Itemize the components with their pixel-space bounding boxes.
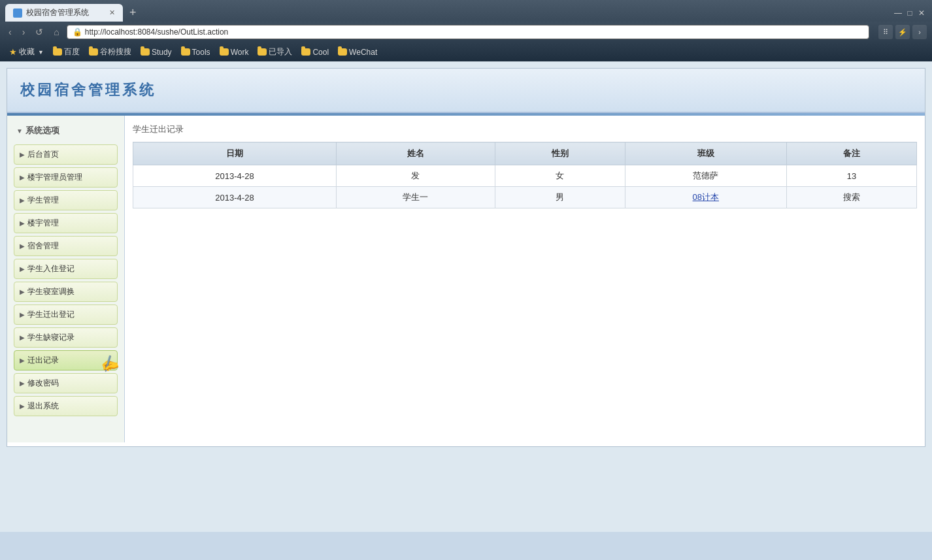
- cell-name: 发: [337, 165, 495, 187]
- cell-gender: 女: [495, 165, 625, 187]
- table-row: 2013-4-28发女范德萨13: [133, 165, 917, 187]
- sidebar-item-logout[interactable]: ▶ 退出系统: [14, 396, 118, 416]
- bookmark-label: WeChat: [349, 48, 377, 57]
- menu-arrow-icon: ▶: [20, 242, 25, 250]
- browser-chrome: 校园宿舍管理系统 ✕ + — □ ✕ ‹ › ↺ ⌂ 🔒 http://loca…: [0, 0, 932, 61]
- menu-arrow-icon: ▶: [20, 197, 25, 204]
- col-header-name: 姓名: [337, 142, 495, 165]
- menu-item-label: 宿舍管理: [27, 240, 59, 252]
- checkout-records-table: 日期 姓名 性别 班级 备注 2013-4-28发女范德萨132013-4-28…: [133, 142, 917, 208]
- menu-chevron[interactable]: ›: [912, 25, 927, 39]
- address-bar: ‹ › ↺ ⌂ 🔒 http://localhost:8084/sushe/Ou…: [0, 22, 932, 42]
- browser-tab[interactable]: 校园宿舍管理系统 ✕: [5, 4, 123, 22]
- bookmark-label: 收藏: [19, 46, 35, 58]
- folder-icon: [53, 48, 62, 56]
- bookmark-work[interactable]: Work: [216, 46, 253, 58]
- table-row: 2013-4-28学生一男08计本搜索: [133, 187, 917, 208]
- close-button[interactable]: ✕: [916, 8, 927, 18]
- bookmark-label: Tools: [192, 48, 210, 57]
- menu-arrow-icon: ▶: [20, 311, 25, 318]
- menu-item-label: 楼宇管理员管理: [27, 172, 82, 183]
- sidebar-item-dorm[interactable]: ▶ 宿舍管理: [14, 236, 118, 256]
- class-link[interactable]: 08计本: [693, 192, 719, 202]
- page-title: 校园宿舍管理系统: [20, 80, 912, 100]
- menu-item-label: 学生入住登记: [27, 263, 75, 274]
- bookmark-label: 谷粉搜搜: [100, 46, 131, 58]
- cell-gender: 男: [495, 187, 625, 208]
- url-text: http://localhost:8084/sushe/OutList.acti…: [85, 27, 228, 37]
- menu-arrow-icon: ▶: [20, 265, 25, 272]
- security-icon: 🔒: [73, 27, 82, 37]
- bookmark-wechat[interactable]: WeChat: [334, 46, 381, 58]
- col-header-date: 日期: [133, 142, 337, 165]
- bookmark-favorites[interactable]: ★ 收藏 ▼: [5, 45, 48, 59]
- url-bar[interactable]: 🔒 http://localhost:8084/sushe/OutList.ac…: [67, 25, 869, 39]
- dropdown-arrow: ▼: [38, 49, 44, 56]
- system-menu-label: 系统选项: [25, 125, 59, 137]
- bookmark-baidu[interactable]: 百度: [49, 45, 84, 59]
- star-icon: ★: [9, 47, 17, 57]
- sidebar-item-building-admin[interactable]: ▶ 楼宇管理员管理: [14, 167, 118, 188]
- refresh-button[interactable]: ↺: [32, 25, 46, 39]
- folder-icon: [220, 48, 229, 56]
- bookmark-study[interactable]: Study: [137, 46, 176, 58]
- minimize-button[interactable]: —: [893, 8, 903, 18]
- bookmark-label: Cool: [312, 48, 329, 57]
- sidebar-item-checkout-records[interactable]: ▶ 迁出记录 ✍: [14, 350, 118, 371]
- menu-item-label: 学生缺寝记录: [27, 332, 75, 343]
- cell-class: 08计本: [625, 187, 787, 208]
- page-header: 校园宿舍管理系统: [7, 69, 925, 113]
- sidebar-item-home[interactable]: ▶ 后台首页: [14, 144, 118, 165]
- content-area: ▼ 系统选项 ▶ 后台首页 ▶ 楼宇管理员管理 ▶ 学生管理 ▶ 楼宇管理: [7, 116, 925, 442]
- folder-icon: [338, 48, 347, 56]
- col-header-note: 备注: [787, 142, 917, 165]
- cell-note: 13: [787, 165, 917, 187]
- bookmark-label: 百度: [64, 46, 80, 58]
- folder-icon: [258, 48, 267, 56]
- menu-arrow-icon: ▶: [20, 403, 25, 410]
- cell-note: 搜索: [787, 187, 917, 208]
- folder-icon: [301, 48, 310, 56]
- cell-class: 范德萨: [625, 165, 787, 187]
- browser-actions: ⠿ ⚡ ›: [878, 25, 927, 39]
- tab-favicon: [13, 8, 22, 18]
- extensions-icon[interactable]: ⠿: [878, 25, 893, 39]
- bookmark-label: Study: [152, 48, 172, 57]
- menu-arrow-icon: ▶: [20, 220, 25, 227]
- cell-date: 2013-4-28: [133, 187, 337, 208]
- sidebar-arrow-icon: ▼: [16, 127, 23, 135]
- bookmark-gufensousou[interactable]: 谷粉搜搜: [85, 45, 135, 59]
- sidebar-item-room-change[interactable]: ▶ 学生寝室调换: [14, 282, 118, 302]
- sidebar-item-student[interactable]: ▶ 学生管理: [14, 190, 118, 210]
- bookmark-tools[interactable]: Tools: [177, 46, 214, 58]
- menu-item-label: 学生管理: [27, 195, 59, 206]
- menu-arrow-icon: ▶: [20, 357, 25, 364]
- home-button[interactable]: ⌂: [50, 25, 62, 39]
- maximize-button[interactable]: □: [905, 8, 915, 18]
- sidebar-item-change-password[interactable]: ▶ 修改密码: [14, 373, 118, 393]
- new-tab-button[interactable]: +: [125, 6, 141, 20]
- section-title: 学生迁出记录: [133, 124, 917, 135]
- menu-arrow-icon: ▶: [20, 151, 25, 158]
- sidebar-item-building[interactable]: ▶ 楼宇管理: [14, 213, 118, 233]
- forward-button[interactable]: ›: [19, 25, 29, 39]
- menu-item-label: 学生寝室调换: [27, 286, 75, 297]
- tab-close-button[interactable]: ✕: [109, 8, 115, 17]
- folder-icon: [141, 48, 150, 56]
- back-button[interactable]: ‹: [5, 25, 15, 39]
- lightning-icon[interactable]: ⚡: [895, 25, 910, 39]
- sidebar-item-checkout-register[interactable]: ▶ 学生迁出登记: [14, 305, 118, 325]
- main-content: 学生迁出记录 日期 姓名 性别 班级 备注 2013-4-28发女范德萨1320…: [125, 116, 925, 442]
- folder-icon: [181, 48, 190, 56]
- bookmark-cool[interactable]: Cool: [297, 46, 333, 58]
- sidebar-item-absence[interactable]: ▶ 学生缺寝记录: [14, 327, 118, 348]
- folder-icon: [89, 48, 98, 56]
- bookmark-imported[interactable]: 已导入: [254, 45, 296, 59]
- bookmarks-bar: ★ 收藏 ▼ 百度 谷粉搜搜 Study Tools Work 已导入: [0, 42, 932, 61]
- menu-arrow-icon: ▶: [20, 288, 25, 295]
- menu-item-label: 学生迁出登记: [27, 309, 75, 320]
- col-header-gender: 性别: [495, 142, 625, 165]
- sidebar-item-checkin[interactable]: ▶ 学生入住登记: [14, 259, 118, 279]
- menu-item-label: 迁出记录: [27, 355, 59, 366]
- window-controls: — □ ✕: [893, 8, 927, 18]
